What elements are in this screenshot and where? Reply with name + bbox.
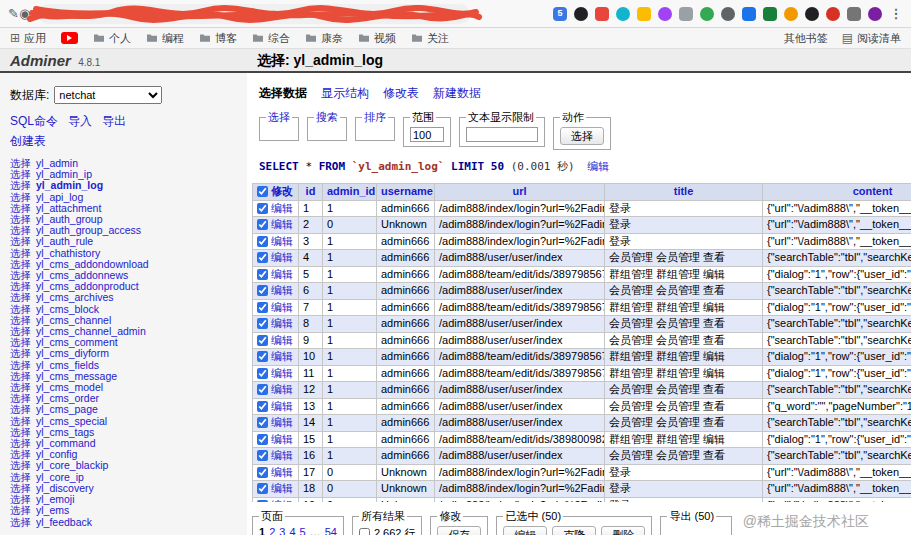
row-edit-link[interactable]: 编辑 — [271, 268, 293, 280]
annotate-icon[interactable]: ✎ — [8, 6, 19, 21]
select-table-link[interactable]: 选择 — [10, 224, 31, 236]
sql-command-link[interactable]: SQL命令 — [10, 113, 58, 130]
textlength-input[interactable] — [466, 127, 538, 142]
youtube-bookmark[interactable] — [61, 32, 78, 44]
limit-input[interactable] — [410, 127, 444, 142]
select-table-link[interactable]: 选择 — [10, 247, 31, 259]
person-extension-icon[interactable] — [721, 7, 735, 21]
column-sort-link[interactable]: url — [512, 185, 526, 197]
select-table-link[interactable]: 选择 — [10, 191, 31, 203]
database-select[interactable]: netchat — [54, 86, 162, 104]
bell-extension-icon[interactable] — [637, 7, 651, 21]
bookmark-folder[interactable]: 编程 — [146, 31, 184, 46]
select-table-link[interactable]: 选择 — [10, 325, 31, 337]
table-name-link[interactable]: yl_cms_addonnews — [36, 269, 128, 281]
row-checkbox[interactable] — [257, 203, 268, 214]
select-submit-button[interactable]: 选择 — [560, 127, 604, 145]
select-table-link[interactable]: 选择 — [10, 448, 31, 460]
select-table-link[interactable]: 选择 — [10, 347, 31, 359]
profile-avatar[interactable] — [868, 7, 882, 21]
column-sort-link[interactable]: admin_id — [327, 185, 375, 197]
drop-extension-icon[interactable] — [616, 7, 630, 21]
row-checkbox[interactable] — [257, 252, 268, 263]
row-edit-link[interactable]: 编辑 — [271, 350, 293, 362]
row-edit-link[interactable]: 编辑 — [271, 400, 293, 412]
sql-edit-link[interactable]: 编辑 — [587, 160, 609, 172]
table-name-link[interactable]: yl_auth_group — [36, 213, 103, 225]
table-name-link[interactable]: yl_feedback — [36, 516, 92, 528]
select-table-link[interactable]: 选择 — [10, 426, 31, 438]
table-name-link[interactable]: yl_core_blackip — [36, 459, 108, 471]
page-link[interactable]: 2 — [269, 526, 275, 535]
select-table-link[interactable]: 选择 — [10, 303, 31, 315]
star-extension-icon[interactable] — [679, 7, 693, 21]
row-edit-link[interactable]: 编辑 — [271, 383, 293, 395]
row-checkbox[interactable] — [257, 351, 268, 362]
row-checkbox[interactable] — [257, 483, 268, 494]
select-all-checkbox[interactable] — [257, 186, 268, 197]
export-link[interactable]: 导出 — [102, 113, 126, 130]
tab-nav[interactable]: 新建数据 — [433, 85, 481, 102]
row-checkbox[interactable] — [257, 318, 268, 329]
row-checkbox[interactable] — [257, 219, 268, 230]
table-name-link[interactable]: yl_cms_addondownload — [36, 258, 149, 270]
table-name-link[interactable]: yl_cms_message — [36, 370, 117, 382]
table-name-link[interactable]: yl_admin_ip — [36, 168, 92, 180]
tab-nav[interactable]: 显示结构 — [321, 85, 369, 102]
row-checkbox[interactable] — [257, 236, 268, 247]
table-name-link[interactable]: yl_cms_channel_admin — [36, 325, 146, 337]
record-extension-icon[interactable] — [574, 7, 588, 21]
table-name-link[interactable]: yl_cms_block — [36, 303, 99, 315]
table-name-link[interactable]: yl_api_log — [36, 191, 83, 203]
column-sort-link[interactable]: username — [381, 185, 433, 197]
select-table-link[interactable]: 选择 — [10, 504, 31, 516]
row-edit-link[interactable]: 编辑 — [271, 499, 293, 503]
table-name-link[interactable]: yl_admin — [36, 157, 78, 169]
row-edit-link[interactable]: 编辑 — [271, 317, 293, 329]
row-checkbox[interactable] — [257, 417, 268, 428]
table-name-link[interactable]: yl_cms_page — [36, 403, 98, 415]
row-edit-link[interactable]: 编辑 — [271, 433, 293, 445]
row-checkbox[interactable] — [257, 384, 268, 395]
select-table-link[interactable]: 选择 — [10, 168, 31, 180]
page-link[interactable]: 54 — [325, 526, 337, 535]
tab-nav[interactable]: 修改表 — [383, 85, 419, 102]
puzzle-extension-icon[interactable] — [847, 7, 861, 21]
bookmark-folder[interactable]: 康奈 — [305, 31, 343, 46]
import-link[interactable]: 导入 — [68, 113, 92, 130]
select-table-link[interactable]: 选择 — [10, 336, 31, 348]
delete-selected-button[interactable]: 删除 — [601, 526, 645, 535]
adminer-logo[interactable]: Adminer — [10, 52, 71, 69]
row-checkbox[interactable] — [257, 302, 268, 313]
select-table-link[interactable]: 选择 — [10, 392, 31, 404]
row-edit-link[interactable]: 编辑 — [271, 367, 293, 379]
select-table-link[interactable]: 选择 — [10, 280, 31, 292]
select-table-link[interactable]: 选择 — [10, 235, 31, 247]
table-name-link[interactable]: yl_cms_order — [36, 392, 99, 404]
table-name-link[interactable]: yl_auth_group_access — [36, 224, 141, 236]
select-table-link[interactable]: 选择 — [10, 157, 31, 169]
select-table-link[interactable]: 选择 — [10, 493, 31, 505]
row-edit-link[interactable]: 编辑 — [271, 334, 293, 346]
apps-shortcut[interactable]: ⊞ 应用 — [10, 31, 46, 46]
row-checkbox[interactable] — [257, 434, 268, 445]
row-edit-link[interactable]: 编辑 — [271, 251, 293, 263]
select-columns-link[interactable]: 选择 — [268, 111, 290, 123]
select-table-link[interactable]: 选择 — [10, 291, 31, 303]
select-table-link[interactable]: 选择 — [10, 403, 31, 415]
select-table-link[interactable]: 选择 — [10, 359, 31, 371]
row-edit-link[interactable]: 编辑 — [271, 482, 293, 494]
row-checkbox[interactable] — [257, 269, 268, 280]
table-name-link[interactable]: yl_cms_diyform — [36, 347, 109, 359]
table-name-link[interactable]: yl_cms_model — [36, 381, 103, 393]
column-sort-link[interactable]: content — [853, 185, 893, 197]
table-name-link[interactable]: yl_cms_addonproduct — [36, 280, 139, 292]
table-name-link[interactable]: yl_command — [36, 437, 96, 449]
browser-menu-icon[interactable]: ⋮ — [889, 7, 903, 21]
table-name-link[interactable]: yl_cms_tags — [36, 426, 94, 438]
pin-extension-icon[interactable] — [595, 7, 609, 21]
bookmark-folder[interactable]: 视频 — [358, 31, 396, 46]
table-name-link[interactable]: yl_discovery — [36, 482, 94, 494]
table-name-link[interactable]: yl_config — [36, 448, 77, 460]
table-name-link[interactable]: yl_ems — [36, 504, 69, 516]
